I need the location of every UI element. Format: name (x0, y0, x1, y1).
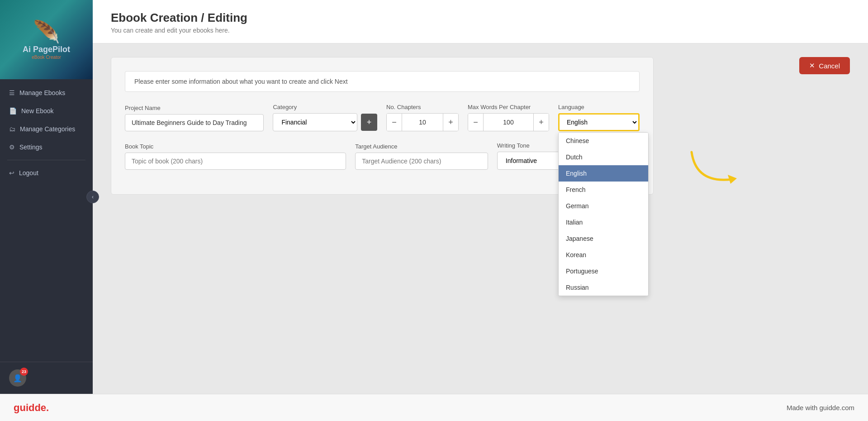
page-header: Ebook Creation / Editing You can create … (93, 0, 868, 43)
cancel-icon: ✕ (809, 62, 815, 70)
logo-title: Ai PagePilot (23, 45, 70, 55)
project-name-label: Project Name (125, 105, 264, 111)
max-words-decrement-button[interactable]: − (468, 114, 484, 131)
form-card: Please enter some information about what… (111, 57, 654, 195)
notification-badge: 23 (20, 368, 28, 376)
project-name-group: Project Name (125, 105, 264, 131)
manage-categories-icon: 🗂 (9, 125, 15, 133)
max-words-increment-button[interactable]: + (533, 114, 549, 131)
sidebar-item-label: Manage Ebooks (19, 89, 65, 96)
svg-marker-0 (728, 175, 737, 184)
language-option-dutch[interactable]: Dutch (559, 149, 648, 165)
sidebar-item-label: Manage Categories (20, 125, 75, 133)
sidebar-item-label: Logout (19, 169, 38, 177)
chapters-group: No. Chapters − 10 + (386, 104, 459, 131)
max-words-value: 100 (484, 119, 533, 126)
chapters-increment-button[interactable]: + (443, 114, 458, 131)
language-option-russian[interactable]: Russian (559, 279, 648, 296)
page-title: Ebook Creation / Editing (111, 11, 850, 25)
chapters-value: 10 (402, 119, 443, 126)
sidebar-item-label: New Ebook (21, 107, 54, 115)
language-label: Language (558, 104, 640, 110)
language-option-portuguese[interactable]: Portuguese (559, 263, 648, 279)
sidebar: 🪶 Ai PagePilot eBook Creator ☰ Manage Eb… (0, 0, 93, 394)
settings-icon: ⚙ (9, 144, 15, 151)
max-words-counter: − 100 + (468, 113, 549, 131)
language-dropdown: Chinese Dutch English French German Ital… (558, 132, 649, 296)
max-words-label: Max Words Per Chapter (468, 104, 549, 110)
content-area: ✕ Cancel Please enter some information a… (93, 43, 868, 394)
max-words-group: Max Words Per Chapter − 100 + (468, 104, 549, 131)
language-option-german[interactable]: German (559, 198, 648, 214)
avatar-area: 👤 23 (9, 369, 84, 387)
sidebar-logo: 🪶 Ai PagePilot eBook Creator (0, 0, 93, 79)
language-option-chinese[interactable]: Chinese (559, 133, 648, 149)
footer: guidde. Made with guidde.com (0, 394, 868, 421)
cancel-label: Cancel (819, 62, 840, 70)
manage-ebooks-icon: ☰ (9, 89, 15, 96)
sidebar-divider (7, 160, 85, 160)
logo-icon: 🪶 (23, 19, 70, 45)
language-select-wrapper: English Chinese Dutch English French Ger… (558, 113, 640, 131)
page-subtitle: You can create and edit your ebooks here… (111, 27, 850, 34)
add-category-button[interactable]: + (361, 114, 377, 131)
arrow-svg (687, 148, 750, 193)
category-wrapper: Financial Business Technology Health Fic… (273, 113, 377, 131)
chapters-counter: − 10 + (386, 113, 459, 131)
sidebar-item-logout[interactable]: ↩ Logout (0, 164, 93, 182)
logout-icon: ↩ (9, 169, 14, 177)
project-name-input[interactable] (125, 114, 264, 131)
language-group: Language English Chinese Dutch English F… (558, 104, 640, 131)
target-audience-input[interactable] (355, 153, 488, 170)
avatar: 👤 23 (9, 369, 26, 387)
sidebar-item-settings[interactable]: ⚙ Settings (0, 138, 93, 156)
language-option-italian[interactable]: Italian (559, 214, 648, 230)
form-hint: Please enter some information about what… (125, 71, 640, 92)
sidebar-collapse-button[interactable]: ‹ (86, 191, 99, 203)
book-topic-label: Book Topic (125, 143, 346, 150)
sidebar-item-manage-ebooks[interactable]: ☰ Manage Ebooks (0, 84, 93, 102)
book-topic-input[interactable] (125, 153, 346, 170)
language-option-french[interactable]: French (559, 182, 648, 198)
category-select[interactable]: Financial Business Technology Health Fic… (273, 113, 357, 131)
cancel-button[interactable]: ✕ Cancel (799, 57, 850, 74)
chevron-left-icon: ‹ (92, 194, 94, 200)
chapters-label: No. Chapters (386, 104, 459, 110)
main-content: Ebook Creation / Editing You can create … (93, 0, 868, 394)
logo-subtitle: eBook Creator (23, 55, 70, 60)
arrow-annotation (687, 148, 750, 195)
new-ebook-icon: 📄 (9, 107, 17, 115)
sidebar-bottom: 👤 23 (0, 362, 93, 394)
category-group: Category Financial Business Technology H… (273, 104, 377, 131)
language-option-english[interactable]: English (559, 165, 648, 182)
chapters-decrement-button[interactable]: − (387, 114, 402, 131)
form-row-1: Project Name Category Financial Business… (125, 104, 640, 131)
book-topic-group: Book Topic (125, 143, 346, 170)
sidebar-nav: ☰ Manage Ebooks 📄 New Ebook 🗂 Manage Cat… (0, 79, 93, 362)
sidebar-item-manage-categories[interactable]: 🗂 Manage Categories (0, 120, 93, 138)
language-select[interactable]: English (558, 113, 640, 131)
sidebar-item-label: Settings (19, 144, 43, 151)
footer-logo: guidde. (14, 402, 49, 414)
language-option-japanese[interactable]: Japanese (559, 230, 648, 247)
footer-tagline: Made with guidde.com (787, 404, 854, 411)
target-audience-group: Target Audience (355, 143, 488, 170)
language-option-korean[interactable]: Korean (559, 247, 648, 263)
target-audience-label: Target Audience (355, 143, 488, 150)
sidebar-item-new-ebook[interactable]: 📄 New Ebook (0, 102, 93, 120)
category-label: Category (273, 104, 377, 110)
